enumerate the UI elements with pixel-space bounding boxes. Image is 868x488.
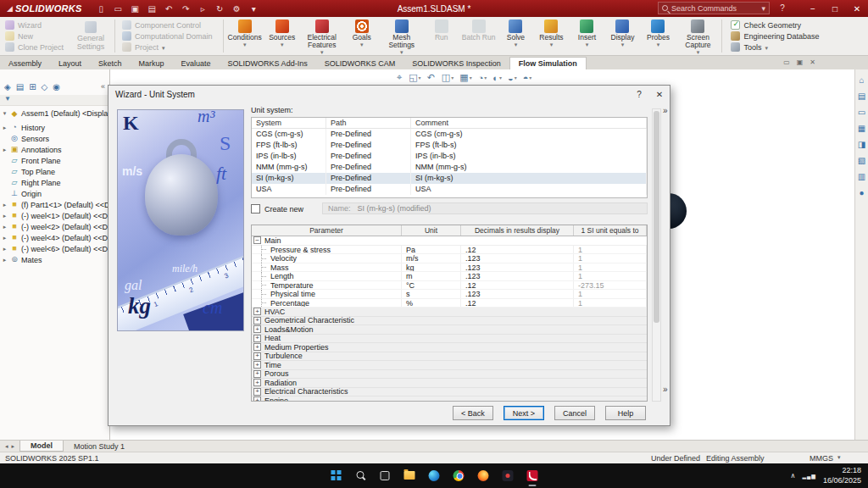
ribbon-button[interactable]: Goals ▾ bbox=[344, 17, 380, 55]
commandmanager-tab[interactable]: Layout bbox=[50, 58, 90, 69]
tree-root-item[interactable]: ▾ Assem1 (Default) <Display Sta bbox=[2, 109, 108, 118]
view-toolbar-button[interactable]: ▦ ▾ bbox=[459, 72, 471, 83]
parameter-group-row[interactable]: Turbulence bbox=[252, 352, 647, 362]
window-button[interactable]: □ bbox=[824, 0, 846, 17]
unit-system-row[interactable]: CGS (cm-g-s) Pre-Defined CGS (cm-g-s) bbox=[252, 129, 647, 140]
network-icon[interactable]: ▂▄▆ bbox=[802, 473, 815, 479]
ribbon-button[interactable]: Conditions ▾ bbox=[225, 17, 264, 55]
parameter-row[interactable]: Mass kg .123 1 bbox=[252, 263, 647, 273]
clock[interactable]: 22:18 16/06/2025 bbox=[823, 466, 861, 485]
manager-tab-icon[interactable]: ⊞ bbox=[29, 82, 36, 92]
main-group-row[interactable]: Main bbox=[252, 236, 647, 246]
create-new-checkbox[interactable] bbox=[251, 204, 260, 214]
ribbon-button[interactable]: Insert ▾ bbox=[569, 17, 604, 55]
parameter-row[interactable]: Physical time s .123 1 bbox=[252, 290, 647, 299]
document-tab[interactable]: Motion Study 1 bbox=[64, 441, 135, 452]
task-pane-icon[interactable]: ▭ bbox=[858, 108, 865, 117]
taskbar-app-button[interactable] bbox=[498, 465, 518, 485]
expand-icon[interactable] bbox=[253, 396, 261, 402]
tree-item[interactable]: ▸ Annotations bbox=[2, 144, 110, 155]
tree-root-arrow[interactable]: ▾ bbox=[2, 110, 8, 117]
unit-cell[interactable]: kg bbox=[402, 263, 461, 272]
decimals-cell[interactable]: .12 bbox=[461, 281, 574, 290]
tree-item[interactable]: Sensors bbox=[2, 133, 110, 144]
dialog-scrollbar[interactable] bbox=[652, 108, 661, 402]
ribbon-button[interactable]: Screen Capture ▾ bbox=[676, 17, 720, 55]
unit-cell[interactable]: m/s bbox=[402, 254, 461, 263]
titlebar-tool-icon[interactable]: ▭ bbox=[113, 4, 124, 14]
ribbon-button[interactable]: Electrical Features ▾ bbox=[300, 17, 344, 55]
titlebar-tool-icon[interactable]: ▤ bbox=[147, 4, 158, 14]
commandmanager-tab[interactable]: Flow Simulation bbox=[509, 57, 587, 69]
ribbon-item[interactable]: Tools ▾ bbox=[731, 42, 822, 52]
titlebar-tool-icon[interactable]: ⚙ bbox=[231, 4, 242, 14]
expand-icon[interactable] bbox=[253, 335, 261, 342]
tree-item[interactable]: ▸ (-) weel<1> (Default) <<D bbox=[2, 210, 110, 221]
manager-tab-icon[interactable]: ◈ bbox=[4, 82, 11, 92]
decimals-cell[interactable]: .123 bbox=[461, 290, 574, 298]
task-pane-icon[interactable]: ▥ bbox=[858, 173, 865, 181]
ribbon-button[interactable]: Sources ▾ bbox=[264, 17, 300, 55]
commandmanager-tab[interactable]: SOLIDWORKS Add-Ins bbox=[220, 58, 316, 69]
search-commands-box[interactable]: Search Commands ▾ bbox=[658, 2, 770, 14]
dialog-help-icon[interactable]: ? bbox=[629, 90, 649, 99]
parameter-group-row[interactable]: Porous bbox=[252, 370, 647, 380]
ribbon-button[interactable]: Mesh Settings ▾ bbox=[380, 17, 424, 55]
expand-chevron-top-icon[interactable]: » bbox=[663, 106, 668, 115]
titlebar-tool-icon[interactable]: ▣ bbox=[130, 4, 141, 14]
taskbar-app-button[interactable] bbox=[425, 465, 444, 485]
parameter-row[interactable]: Percentage % .12 1 bbox=[252, 299, 647, 308]
titlebar-tool-icon[interactable]: ↶ bbox=[164, 4, 175, 14]
unit-cell[interactable]: °C bbox=[402, 281, 461, 290]
expand-icon[interactable] bbox=[253, 343, 261, 351]
unit-cell[interactable]: s bbox=[402, 290, 461, 298]
taskbar-app-button[interactable] bbox=[474, 465, 493, 485]
ribbon-item[interactable]: Computational Domain bbox=[122, 31, 216, 41]
unit-system-row[interactable]: IPS (in-lb-s) Pre-Defined IPS (in-lb-s) bbox=[252, 151, 647, 162]
tree-item[interactable]: Top Plane bbox=[2, 166, 110, 177]
view-toolbar-button[interactable]: ◫ ▾ bbox=[442, 72, 453, 83]
view-toolbar-button[interactable]: ◓ ▾ bbox=[523, 73, 532, 83]
commandmanager-tab[interactable]: Sketch bbox=[90, 58, 131, 69]
unit-system-row[interactable]: NMM (mm-g-s) Pre-Defined NMM (mm-g-s) bbox=[252, 162, 647, 173]
pane-window-icon[interactable]: ▭ bbox=[783, 58, 790, 66]
tray-chevron-icon[interactable]: ∧ bbox=[791, 472, 796, 480]
task-pane-icon[interactable]: ● bbox=[859, 189, 864, 197]
unit-selector-caret-icon[interactable]: ▾ bbox=[837, 454, 841, 461]
dialog-button[interactable]: Help bbox=[605, 406, 646, 420]
taskbar-app-button[interactable] bbox=[376, 465, 395, 485]
parameter-row[interactable]: Length m .123 1 bbox=[252, 272, 647, 281]
tab-scroll-icon[interactable]: ◂ bbox=[5, 443, 8, 450]
titlebar-tool-icon[interactable]: ▹ bbox=[198, 4, 209, 14]
ribbon-button[interactable]: Results ▾ bbox=[533, 17, 569, 55]
decimals-cell[interactable]: .123 bbox=[461, 272, 574, 280]
expand-icon[interactable] bbox=[253, 361, 261, 369]
tree-item[interactable]: ▸ (-) weel<4> (Default) <<D bbox=[2, 232, 110, 243]
commandmanager-tab[interactable]: Assembly bbox=[0, 58, 50, 69]
unit-system-selector[interactable]: MMGS bbox=[810, 454, 833, 463]
tree-item-arrow[interactable]: ▸ bbox=[2, 257, 8, 263]
view-toolbar-button[interactable]: ◱ ▾ bbox=[409, 72, 420, 83]
parameter-group-row[interactable]: Radiation bbox=[252, 379, 647, 388]
ribbon-button[interactable]: Solve ▾ bbox=[498, 17, 533, 55]
ribbon-item[interactable]: Component Control bbox=[122, 20, 216, 30]
unit-system-row[interactable]: SI (m-kg-s) Pre-Defined SI (m-kg-s) bbox=[252, 173, 647, 184]
taskbar-app-button[interactable] bbox=[326, 465, 346, 485]
unit-cell[interactable]: % bbox=[402, 299, 461, 308]
taskbar-app-button[interactable] bbox=[351, 465, 370, 485]
commandmanager-tab[interactable]: SOLIDWORKS CAM bbox=[316, 58, 404, 69]
parameter-group-row[interactable]: Loads&Motion bbox=[252, 325, 647, 335]
expand-icon[interactable] bbox=[253, 308, 261, 315]
pane-window-icon[interactable]: ✕ bbox=[810, 58, 815, 66]
parameter-row[interactable]: Velocity m/s .123 1 bbox=[252, 254, 647, 263]
window-button[interactable]: ✕ bbox=[846, 0, 868, 17]
task-pane-icon[interactable]: ▧ bbox=[858, 157, 865, 165]
parameter-group-row[interactable]: Heat bbox=[252, 335, 647, 344]
tree-item[interactable]: ▸ (-) weel<2> (Default) <<D bbox=[2, 221, 110, 232]
dialog-button[interactable]: Cancel bbox=[554, 406, 595, 420]
tree-item-arrow[interactable]: ▸ bbox=[2, 246, 8, 252]
ribbon-item[interactable]: Clone Project bbox=[5, 42, 64, 52]
ribbon-item[interactable]: Engineering Database bbox=[731, 31, 822, 41]
expand-icon[interactable] bbox=[253, 388, 261, 396]
parameter-group-row[interactable]: Time bbox=[252, 361, 647, 370]
